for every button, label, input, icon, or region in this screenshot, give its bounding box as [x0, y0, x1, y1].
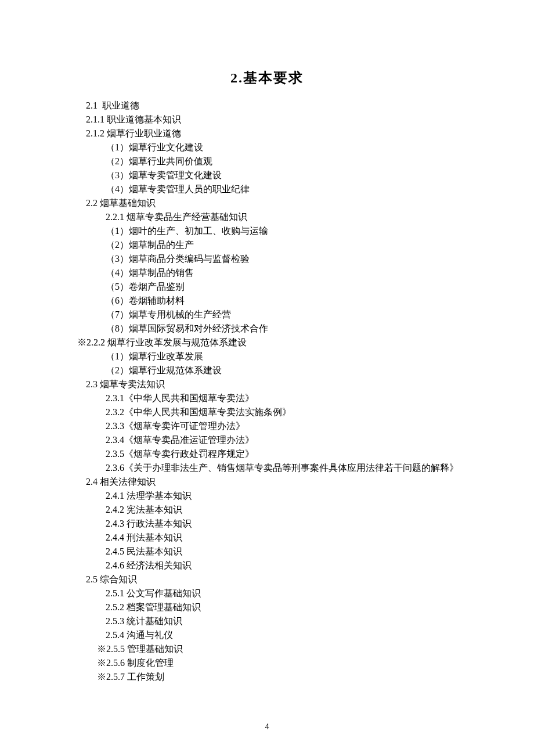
outline-line: 2.3.6《关于办理非法生产、销售烟草专卖品等刑事案件具体应用法律若干问题的解释…	[86, 461, 476, 475]
outline-line: 2.4.5 民法基本知识	[86, 545, 476, 559]
outline-line: 2.5.2 档案管理基础知识	[86, 600, 476, 614]
outline-line: 2.3.2《中华人民共和国烟草专卖法实施条例》	[86, 405, 476, 419]
outline-line: （4）烟草专卖管理人员的职业纪律	[86, 182, 476, 196]
outline-line: （5）卷烟产品鉴别	[86, 280, 476, 294]
outline-content: 2.1 职业道德2.1.1 职业道德基本知识2.1.2 烟草行业职业道德（1）烟…	[0, 99, 534, 684]
outline-line: （4）烟草制品的销售	[86, 266, 476, 280]
outline-line: （1）烟草行业文化建设	[86, 141, 476, 154]
outline-line: ※2.5.6 制度化管理	[77, 656, 476, 670]
page-number: 4	[0, 722, 534, 732]
outline-line: （6）卷烟辅助材料	[86, 294, 476, 308]
outline-line: 2.4.6 经济法相关知识	[86, 559, 476, 573]
outline-line: （3）烟草商品分类编码与监督检验	[86, 252, 476, 266]
outline-line: （3）烟草专卖管理文化建设	[86, 168, 476, 182]
outline-line: 2.4.4 刑法基本知识	[86, 531, 476, 545]
outline-line: 2.3.3《烟草专卖许可证管理办法》	[86, 419, 476, 433]
outline-line: 2.4.2 宪法基本知识	[86, 503, 476, 517]
outline-line: 2.3.1《中华人民共和国烟草专卖法》	[86, 391, 476, 405]
document-page: 2.基本要求 2.1 职业道德2.1.1 职业道德基本知识2.1.2 烟草行业职…	[0, 0, 534, 756]
outline-line: 2.5.4 沟通与礼仪	[86, 628, 476, 642]
outline-line: （2）烟草行业规范体系建设	[86, 363, 476, 377]
outline-line: （2）烟草行业共同价值观	[86, 154, 476, 168]
outline-line: 2.5 综合知识	[86, 573, 476, 586]
outline-line: （2）烟草制品的生产	[86, 238, 476, 252]
outline-line: 2.3 烟草专卖法知识	[86, 377, 476, 391]
outline-line: ※2.5.7 工作策划	[77, 670, 476, 684]
outline-line: 2.1.1 职业道德基本知识	[86, 113, 476, 127]
outline-line: （8）烟草国际贸易和对外经济技术合作	[86, 322, 476, 336]
section-title: 2.基本要求	[0, 69, 534, 87]
outline-line: 2.5.1 公文写作基础知识	[86, 586, 476, 600]
outline-line: 2.1 职业道德	[86, 99, 476, 113]
outline-line: 2.3.4《烟草专卖品准运证管理办法》	[86, 433, 476, 447]
outline-line: 2.1.2 烟草行业职业道德	[86, 127, 476, 141]
outline-line: 2.4.3 行政法基本知识	[86, 517, 476, 531]
outline-line: 2.2 烟草基础知识	[86, 196, 476, 210]
outline-line: ※2.5.5 管理基础知识	[77, 642, 476, 656]
outline-line: 2.2.1 烟草专卖品生产经营基础知识	[86, 210, 476, 224]
outline-line: 2.5.3 统计基础知识	[86, 614, 476, 628]
outline-line: ※2.2.2 烟草行业改革发展与规范体系建设	[77, 336, 476, 350]
outline-line: 2.4.1 法理学基本知识	[86, 489, 476, 503]
outline-line: （7）烟草专用机械的生产经营	[86, 308, 476, 322]
outline-line: （1）烟叶的生产、初加工、收购与运输	[86, 224, 476, 238]
outline-line: 2.3.5《烟草专卖行政处罚程序规定》	[86, 447, 476, 461]
outline-line: 2.4 相关法律知识	[86, 475, 476, 489]
outline-line: （1）烟草行业改革发展	[86, 350, 476, 363]
